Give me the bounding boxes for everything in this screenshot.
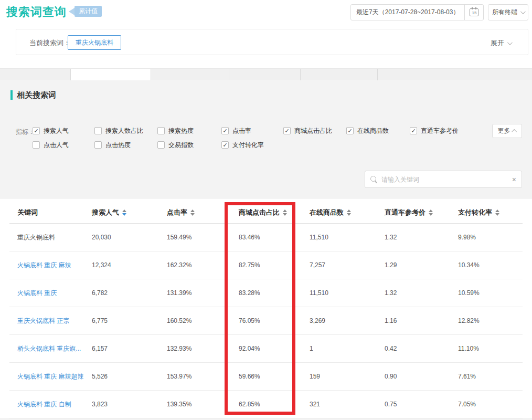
metric-checkbox-search-popularity[interactable]: ✓ 搜索人气 — [33, 127, 69, 135]
column-header-pay-conversion[interactable]: 支付转化率 — [450, 208, 523, 217]
keyword-link[interactable]: 桥头火锅底料 重庆旗... — [17, 345, 81, 352]
tab-5[interactable] — [301, 69, 378, 81]
online-products-cell: 159 — [302, 373, 377, 380]
keyword-cell: 重庆火锅底料 — [9, 233, 84, 242]
ctr-cell: 132.93% — [159, 345, 231, 352]
tab-6[interactable] — [378, 69, 532, 81]
online-products-cell: 11,510 — [302, 289, 377, 297]
checkbox-icon[interactable]: ✓ — [221, 127, 229, 134]
metric-label: 点击人气 — [44, 141, 69, 150]
table-header-row: 关键词 搜索人气 点击率 商城点击占比 在线商品数 直通车参考价 支付转化率 — [9, 202, 523, 224]
sort-icon[interactable] — [283, 209, 287, 216]
current-term-card: 当前搜索词： 重庆火锅底料 展开 — [16, 29, 528, 55]
online-products-cell: 11,510 — [302, 234, 377, 241]
keyword-link[interactable]: 火锅底料 重庆 麻辣超辣 — [17, 373, 84, 380]
tab-3[interactable] — [151, 69, 229, 81]
current-term-button[interactable]: 重庆火锅底料 — [68, 35, 121, 50]
metric-label: 点击热度 — [105, 141, 131, 150]
table-row: 火锅底料 重庆 自制 3,823 139.35% 62.85% 321 0.75… — [9, 391, 523, 418]
metric-label: 搜索人数占比 — [105, 127, 143, 135]
keyword-link[interactable]: 火锅底料 重庆 — [17, 289, 57, 297]
section-title: 相关搜索词 — [17, 90, 56, 100]
checkbox-icon[interactable]: ✓ — [410, 127, 417, 134]
calendar-button[interactable]: 15 — [464, 5, 483, 20]
table-row: 火锅底料 重庆 6,782 131.39% 83.28% 11,510 1.32… — [9, 279, 523, 307]
checkbox-icon[interactable] — [33, 141, 40, 149]
column-header-mall-click-ratio[interactable]: 商城点击占比 — [231, 208, 302, 217]
metric-checkbox-click-heat[interactable]: 点击热度 — [94, 141, 131, 149]
clear-icon[interactable]: × — [512, 176, 516, 183]
keyword-link[interactable]: 重庆火锅底料 正宗 — [17, 317, 69, 324]
checkbox-icon[interactable]: ✓ — [283, 127, 291, 134]
page-title: 搜索词查询 — [6, 4, 67, 20]
checkbox-icon[interactable]: ✓ — [346, 127, 354, 134]
pay-conversion-cell: 12.82% — [450, 317, 523, 324]
pay-conversion-cell: 7.05% — [450, 401, 523, 408]
metric-checkbox-searcher-ratio[interactable]: 搜索人数占比 — [94, 127, 143, 135]
online-products-cell: 3,269 — [302, 317, 377, 324]
metric-checkbox-click-popularity[interactable]: 点击人气 — [33, 141, 69, 149]
mall-click-ratio-cell: 92.04% — [231, 345, 302, 352]
column-header-online-products[interactable]: 在线商品数 — [302, 208, 377, 217]
chevron-down-icon — [507, 40, 513, 45]
tab-4[interactable] — [229, 69, 301, 81]
tab-1[interactable] — [0, 69, 71, 81]
checkbox-icon[interactable] — [157, 141, 165, 149]
metric-checkbox-ztc-price[interactable]: ✓ 直通车参考价 — [410, 127, 459, 135]
sort-icon[interactable] — [429, 209, 433, 216]
metric-checkbox-pay-conversion[interactable]: ✓ 支付转化率 — [221, 141, 264, 149]
expand-toggle[interactable]: 展开 — [491, 38, 511, 48]
sort-icon[interactable] — [495, 209, 499, 216]
tab-2-active[interactable] — [71, 69, 151, 81]
ztc-price-cell: 0.90 — [377, 373, 450, 380]
table-row: 重庆火锅底料 正宗 6,775 160.52% 76.05% 3,269 1.1… — [9, 307, 523, 335]
search-popularity-cell: 20,030 — [84, 234, 159, 241]
search-popularity-cell: 6,157 — [84, 345, 159, 352]
sort-icon[interactable] — [347, 209, 351, 216]
terminal-dropdown[interactable]: 所有终端 — [488, 4, 528, 20]
chevron-down-icon — [520, 9, 526, 14]
metric-label: 商城点击占比 — [294, 127, 332, 135]
keyword-search-input[interactable] — [381, 176, 512, 183]
more-button[interactable]: 更多 — [492, 124, 522, 138]
metric-checkbox-trade-index[interactable]: 交易指数 — [157, 141, 194, 149]
column-header-ztc-price[interactable]: 直通车参考价 — [377, 208, 450, 217]
search-popularity-cell: 5,526 — [84, 373, 159, 380]
checkbox-icon[interactable] — [157, 127, 165, 134]
keyword-link[interactable]: 火锅底料 重庆 麻辣 — [17, 261, 71, 269]
metric-checkbox-ctr[interactable]: ✓ 点击率 — [221, 127, 251, 135]
mall-click-ratio-cell: 83.46% — [231, 234, 302, 241]
badge-arrow-icon — [69, 8, 75, 15]
column-header-ctr[interactable]: 点击率 — [159, 208, 231, 217]
ctr-cell: 139.35% — [159, 401, 231, 408]
pay-conversion-cell: 10.34% — [450, 261, 523, 269]
sort-icon[interactable] — [190, 209, 195, 216]
ctr-cell: 162.32% — [159, 261, 231, 269]
keyword-cell: 火锅底料 重庆 自制 — [9, 400, 84, 409]
column-header-search-popularity[interactable]: 搜索人气 — [84, 208, 159, 217]
search-popularity-cell: 12,324 — [84, 261, 159, 269]
sort-icon[interactable] — [122, 209, 126, 216]
current-term-label: 当前搜索词： — [29, 38, 70, 48]
checkbox-icon[interactable]: ✓ — [221, 141, 229, 149]
keyword-cell: 火锅底料 重庆 — [9, 289, 84, 298]
metric-checkbox-search-heat[interactable]: 搜索热度 — [157, 127, 194, 135]
more-button-label: 更多 — [498, 127, 510, 135]
checkbox-icon[interactable]: ✓ — [33, 127, 40, 134]
checkbox-icon[interactable] — [94, 127, 102, 134]
metric-label: 交易指数 — [168, 141, 194, 150]
date-range-picker[interactable]: 最近7天（2017-07-28~2017-08-03） 15 — [350, 4, 484, 20]
metric-checkbox-mall-click-ratio[interactable]: ✓ 商城点击占比 — [283, 127, 332, 135]
keyword-link[interactable]: 火锅底料 重庆 自制 — [17, 401, 71, 408]
search-popularity-cell: 6,782 — [84, 289, 159, 297]
ctr-cell: 153.97% — [159, 373, 231, 380]
metric-label: 支付转化率 — [232, 141, 264, 150]
checkbox-icon[interactable] — [94, 141, 102, 149]
mall-click-ratio-cell: 82.75% — [231, 261, 302, 269]
mall-click-ratio-cell: 59.66% — [231, 373, 302, 380]
pay-conversion-cell: 9.98% — [450, 234, 523, 241]
metric-label: 在线商品数 — [357, 127, 389, 135]
page: 搜索词查询 累计值 最近7天（2017-07-28~2017-08-03） 15… — [0, 0, 532, 420]
ztc-price-cell: 1.16 — [377, 317, 450, 324]
metric-checkbox-online-products[interactable]: ✓ 在线商品数 — [346, 127, 389, 135]
